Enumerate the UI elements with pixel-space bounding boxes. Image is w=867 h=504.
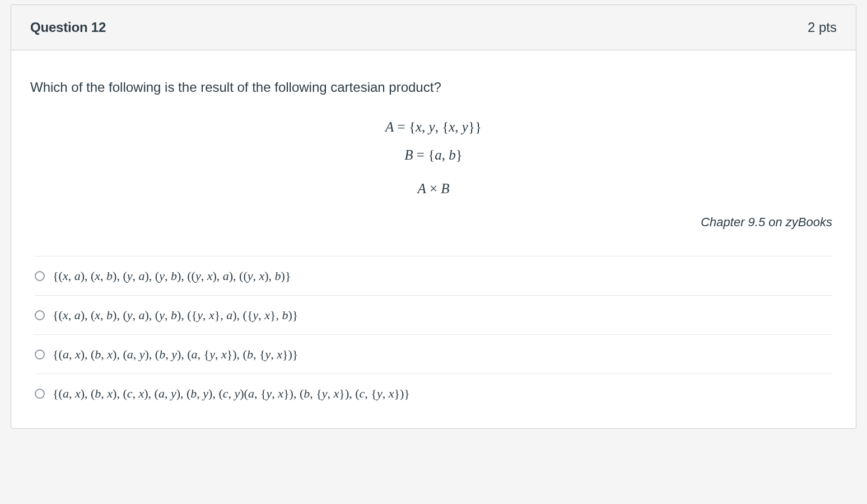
radio-icon[interactable] (35, 271, 45, 281)
option-text: {(a, x), (b, x), (c, x), (a, y), (b, y),… (53, 384, 410, 403)
question-body: Which of the following is the result of … (11, 50, 856, 428)
option-4[interactable]: {(a, x), (b, x), (c, x), (a, y), (b, y),… (35, 374, 832, 413)
math-definition-block: A = {x, y, {x, y}} B = {a, b} A × B (30, 113, 837, 203)
option-2[interactable]: {(x, a), (x, b), (y, a), (y, b), ({y, x}… (35, 295, 832, 334)
option-1[interactable]: {(x, a), (x, b), (y, a), (y, b), ((y, x)… (35, 256, 832, 295)
radio-icon[interactable] (35, 310, 45, 320)
option-text: {(x, a), (x, b), (y, a), (y, b), ({y, x}… (53, 306, 298, 324)
question-title: Question 12 (30, 17, 106, 38)
question-card: Question 12 2 pts Which of the following… (11, 4, 856, 429)
question-header: Question 12 2 pts (11, 5, 856, 50)
option-text: {(x, a), (x, b), (y, a), (y, b), ((y, x)… (53, 267, 291, 285)
option-text: {(a, x), (b, x), (a, y), (b, y), (a, {y,… (53, 345, 298, 363)
question-points: 2 pts (808, 17, 837, 38)
set-B: B = {a, b} (30, 141, 837, 169)
answer-options: {(x, a), (x, b), (y, a), (y, b), ((y, x)… (30, 256, 837, 413)
radio-icon[interactable] (35, 349, 45, 360)
set-A: A = {x, y, {x, y}} (30, 113, 837, 141)
question-prompt: Which of the following is the result of … (30, 77, 837, 97)
option-3[interactable]: {(a, x), (b, x), (a, y), (b, y), (a, {y,… (35, 334, 832, 374)
radio-icon[interactable] (35, 389, 45, 399)
cartesian-op: A × B (30, 175, 837, 203)
reference-note: Chapter 9.5 on zyBooks (30, 213, 832, 231)
